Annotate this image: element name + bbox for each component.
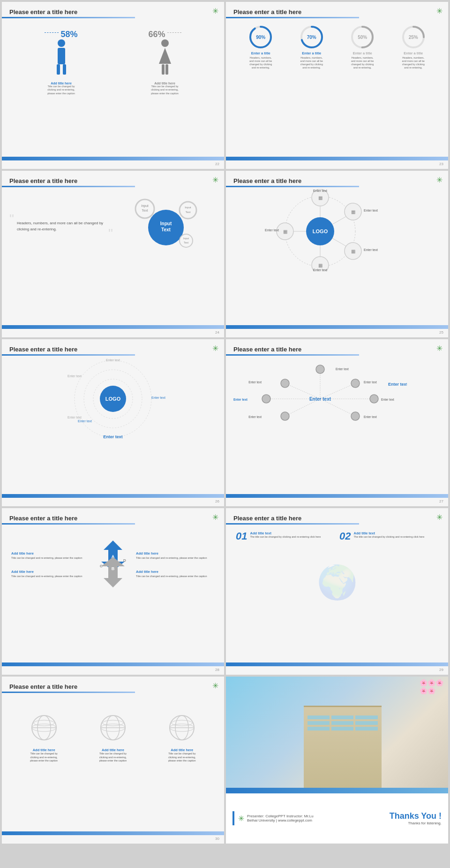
slide-2-icon: ✳ xyxy=(436,7,442,15)
svg-text:Text: Text xyxy=(185,211,190,213)
circle-4-title: Enter a title xyxy=(404,51,423,55)
svg-point-74 xyxy=(262,395,270,403)
circle-chart-4: 25% xyxy=(401,25,426,49)
svg-text:Enter text: Enter text xyxy=(364,248,378,251)
arrow-title-4: Add title here xyxy=(136,570,215,574)
circle-4-pct: 25% xyxy=(409,35,418,40)
male-percent: 58% xyxy=(60,30,77,39)
arrow-desc-1: Title can be changed and re-entering, pl… xyxy=(11,556,90,560)
circle-4-desc: Headers, numbers, and more can all be ch… xyxy=(400,56,426,70)
svg-text:Enter text: Enter text xyxy=(78,419,92,423)
slide-6-accent xyxy=(226,354,359,356)
female-title: Add title here xyxy=(154,82,175,85)
slide-8-bottom-accent xyxy=(226,662,448,666)
quote-block: " Headers, numbers, and more can all be … xyxy=(9,211,117,242)
slide-10: 🌸🌸🌸🌸🌸 xyxy=(226,677,448,844)
slide-9-icon: ✳ xyxy=(212,681,218,690)
svg-text:Enter text: Enter text xyxy=(265,228,279,232)
svg-text:Input: Input xyxy=(185,206,191,209)
svg-text:Enter text: Enter text xyxy=(388,382,407,387)
globe-1: Add title here Title can be changed by c… xyxy=(9,714,78,763)
slide-9: Please enter a title here ✳ Add title he… xyxy=(2,677,224,844)
svg-rect-6 xyxy=(162,64,165,75)
svg-point-4 xyxy=(161,39,169,47)
svg-text:Input: Input xyxy=(141,204,149,208)
slide-9-bottom-accent xyxy=(2,831,224,835)
globe-title-1: Add title here xyxy=(33,748,55,752)
globe-desc-3: Title can be changed by clicking and re-… xyxy=(165,752,198,763)
svg-rect-7 xyxy=(165,64,168,75)
slide-6-title: Please enter a title here xyxy=(233,346,441,353)
svg-point-78 xyxy=(351,412,360,420)
circle-4: 25% Enter a title Headers, numbers, and … xyxy=(388,25,439,70)
slide-5-icon: ✳ xyxy=(212,344,218,353)
slide-4-num: 25 xyxy=(439,330,443,335)
svg-point-70 xyxy=(316,365,324,373)
thanks-right: Thanks You ! Thanks for listening. xyxy=(390,811,442,825)
svg-text:Input: Input xyxy=(183,237,189,240)
circle-3-pct: 50% xyxy=(358,35,367,40)
svg-text:Text: Text xyxy=(142,209,148,212)
slide-1-icon: ✳ xyxy=(212,7,218,15)
slide-8: Please enter a title here ✳ 🌍 01 Add tit… xyxy=(226,508,448,675)
svg-text:▦: ▦ xyxy=(351,209,355,214)
svg-text:C: C xyxy=(100,564,103,568)
svg-text:Enter text: Enter text xyxy=(248,415,262,419)
arrow-right-col: Add title here Title can be changed and … xyxy=(134,549,217,580)
slide-1: Please enter a title here ✳ 58% xyxy=(2,2,224,169)
num-desc-1: The title can be changed by clicking and… xyxy=(250,535,321,539)
slide-9-title: Please enter a title here xyxy=(9,683,217,690)
globe-3: Add title here Title can be changed by c… xyxy=(148,714,217,763)
svg-text:LOGO: LOGO xyxy=(105,396,121,402)
num-desc-2: The title can be changed by clicking and… xyxy=(353,535,424,539)
male-icon xyxy=(52,39,71,81)
slide-3-num: 24 xyxy=(215,330,219,335)
circle-chart-2: 70% xyxy=(300,25,324,49)
world-content: 🌍 01 Add title text The title can be cha… xyxy=(233,529,441,602)
slide-7-accent xyxy=(2,523,135,525)
circle-3: 50% Enter a title Headers, numbers, and … xyxy=(337,25,388,70)
slide-1-content: 58% Add title here Title can be changed … xyxy=(9,25,217,100)
svg-text:A: A xyxy=(112,554,115,559)
svg-text:▦: ▦ xyxy=(283,229,287,234)
svg-text:Enter text: Enter text xyxy=(364,415,377,419)
circle-3-desc: Headers, numbers, and more can all be ch… xyxy=(350,56,375,70)
female-icon xyxy=(155,39,175,81)
svg-text:Enter text: Enter text xyxy=(309,396,331,402)
svg-text:Text: Text xyxy=(184,241,189,244)
slide-8-accent xyxy=(226,523,359,525)
cherry-blossom-decoration: 🌸🌸🌸🌸🌸 xyxy=(420,679,443,695)
svg-rect-3 xyxy=(63,64,66,75)
slide-1-title: Please enter a title here xyxy=(9,8,217,15)
svg-text:Enter text: Enter text xyxy=(336,367,349,371)
svg-text:▦: ▦ xyxy=(351,249,355,254)
photo-area: 🌸🌸🌸🌸🌸 xyxy=(226,677,448,793)
thanks-school-info: Presenter: CollegePPT Instructor: Mr.Lu … xyxy=(247,814,314,822)
slide-7-title: Please enter a title here xyxy=(9,515,217,522)
slide-8-icon: ✳ xyxy=(436,513,442,522)
arrow-desc-4: Title can be changed and re-entering, pl… xyxy=(136,575,215,579)
svg-marker-5 xyxy=(159,48,171,64)
svg-rect-2 xyxy=(57,64,60,75)
person-male-block: 58% Add title here Title can be changed … xyxy=(45,30,77,95)
thanks-left: ✳ Presenter: CollegePPT Instructor: Mr.L… xyxy=(238,814,390,823)
quote-text: Headers, numbers, and more can all be ch… xyxy=(13,215,113,238)
open-quote: " xyxy=(9,209,14,229)
svg-text:D: D xyxy=(123,558,126,563)
male-desc: Title can be changed by clicking and re-… xyxy=(47,85,75,95)
svg-text:LOGO: LOGO xyxy=(313,228,328,234)
circle-1: 90% Enter a title Headers, numbers, and … xyxy=(235,25,286,70)
slide-2-num: 23 xyxy=(439,162,443,166)
svg-text:Enter text: Enter text xyxy=(364,381,377,384)
slide-7: Please enter a title here ✳ Add title he… xyxy=(2,508,224,675)
circle-2-title: Enter a title xyxy=(302,51,321,55)
num-text-1: Add title text The title can be changed … xyxy=(250,531,321,539)
slide-1-bottom-accent xyxy=(2,157,224,160)
arrow-item-1: Add title here Title can be changed and … xyxy=(11,551,90,560)
thanks-title: Thanks You ! xyxy=(390,811,442,821)
slide-4: Please enter a title here ✳ LOGO xyxy=(226,171,448,338)
slide-4-accent xyxy=(226,186,359,187)
circle-3-title: Enter a title xyxy=(353,51,372,55)
slide-9-num: 30 xyxy=(215,837,219,841)
circle-chart-3: 50% xyxy=(350,25,375,49)
